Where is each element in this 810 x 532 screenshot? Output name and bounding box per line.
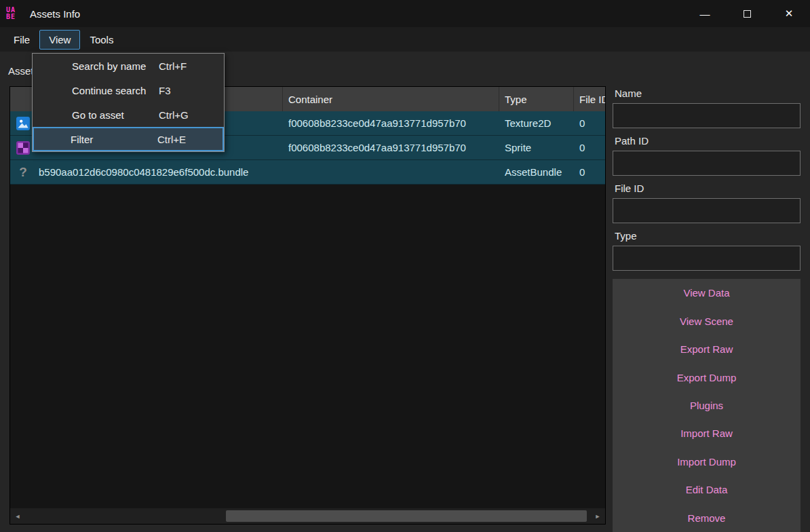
- column-header-file-id[interactable]: File ID: [574, 87, 605, 111]
- scroll-right-icon[interactable]: ►: [590, 513, 605, 520]
- menu-view[interactable]: View: [39, 30, 80, 50]
- type-field-label: Type: [615, 230, 810, 242]
- details-panel: Name Path ID File ID Type View Data View…: [613, 88, 810, 532]
- path-id-field-input[interactable]: [613, 151, 801, 176]
- path-id-field-label: Path ID: [615, 135, 810, 147]
- minimize-button[interactable]: —: [684, 0, 726, 27]
- maximize-button[interactable]: [726, 0, 768, 27]
- export-raw-button[interactable]: Export Raw: [613, 335, 801, 363]
- column-header-type[interactable]: Type: [499, 87, 574, 111]
- row-type: Sprite: [499, 136, 574, 159]
- menu-item-continue-search[interactable]: Continue search F3: [33, 78, 224, 102]
- menu-item-shortcut: Ctrl+F: [159, 60, 187, 72]
- row-container: f00608b8233ce0d47aa913771d957b70: [283, 111, 499, 135]
- row-container: f00608b8233ce0d47aa913771d957b70: [283, 136, 499, 159]
- row-icon-cell: ?: [10, 160, 36, 184]
- view-data-button[interactable]: View Data: [613, 279, 801, 307]
- window-title: Assets Info: [30, 8, 80, 20]
- column-header-container[interactable]: Container: [283, 87, 499, 111]
- name-field-label: Name: [615, 88, 810, 99]
- remove-button[interactable]: Remove: [613, 504, 801, 532]
- row-file-id: 0: [574, 136, 605, 159]
- row-name: b590aa012d6c0980c0481829e6f500dc.bundle: [36, 160, 283, 184]
- minimize-icon: —: [700, 8, 710, 20]
- export-dump-button[interactable]: Export Dump: [613, 363, 801, 391]
- menu-item-label: Search by name: [72, 60, 159, 72]
- file-id-field-input[interactable]: [613, 198, 801, 223]
- row-type: Texture2D: [499, 111, 574, 135]
- app-logo-icon: UA BE: [6, 5, 22, 22]
- import-raw-button[interactable]: Import Raw: [613, 419, 801, 447]
- menu-item-shortcut: F3: [159, 85, 171, 96]
- close-button[interactable]: ✕: [768, 0, 810, 27]
- row-type: AssetBundle: [499, 160, 574, 184]
- view-menu-dropdown: Search by name Ctrl+F Continue search F3…: [32, 53, 225, 152]
- scroll-left-icon[interactable]: ◄: [10, 513, 25, 520]
- type-field: Type: [613, 230, 810, 271]
- menu-item-label: Continue search: [72, 85, 159, 96]
- unknown-type-icon: ?: [19, 165, 27, 180]
- scrollbar-thumb[interactable]: [226, 510, 587, 522]
- name-field-input[interactable]: [613, 103, 801, 128]
- path-id-field: Path ID: [613, 135, 810, 176]
- file-id-field: File ID: [613, 183, 810, 223]
- menu-item-label: Filter: [71, 134, 157, 145]
- row-container: [283, 160, 499, 184]
- action-buttons: View Data View Scene Export Raw Export D…: [613, 279, 801, 532]
- logo-text-bottom: BE: [6, 14, 16, 20]
- close-icon: ✕: [785, 7, 794, 20]
- file-id-field-label: File ID: [615, 183, 810, 194]
- sprite-icon: [16, 141, 30, 155]
- menu-item-filter[interactable]: Filter Ctrl+E: [33, 127, 224, 151]
- menu-tools[interactable]: Tools: [80, 30, 123, 50]
- view-scene-button[interactable]: View Scene: [613, 307, 801, 335]
- title-bar: UA BE Assets Info — ✕: [0, 0, 810, 27]
- menu-item-search-by-name[interactable]: Search by name Ctrl+F: [33, 54, 224, 78]
- edit-data-button[interactable]: Edit Data: [613, 476, 801, 504]
- table-row-assetbundle[interactable]: ? b590aa012d6c0980c0481829e6f500dc.bundl…: [10, 160, 605, 185]
- menu-bar: File View Tools: [0, 27, 810, 52]
- menu-item-go-to-asset[interactable]: Go to asset Ctrl+G: [33, 102, 224, 127]
- import-dump-button[interactable]: Import Dump: [613, 448, 801, 476]
- window-controls: — ✕: [684, 0, 810, 27]
- horizontal-scrollbar[interactable]: ◄ ►: [10, 508, 605, 524]
- menu-item-label: Go to asset: [72, 109, 159, 121]
- plugins-button[interactable]: Plugins: [613, 392, 801, 419]
- menu-item-shortcut: Ctrl+G: [159, 109, 189, 121]
- name-field: Name: [613, 88, 810, 128]
- texture2d-icon: [16, 117, 30, 130]
- row-file-id: 0: [574, 160, 605, 184]
- menu-file[interactable]: File: [4, 30, 39, 50]
- scrollbar-track[interactable]: [25, 508, 590, 524]
- row-file-id: 0: [574, 111, 605, 135]
- menu-item-shortcut: Ctrl+E: [157, 134, 186, 145]
- type-field-input[interactable]: [613, 246, 801, 271]
- maximize-icon: [744, 10, 751, 18]
